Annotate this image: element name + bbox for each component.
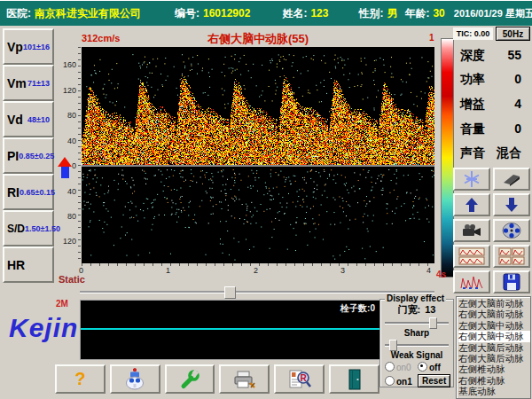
- spectrum-display-button[interactable]: [453, 270, 490, 293]
- spectrum-wave-icon: [460, 274, 483, 290]
- param-box-vm: Vm 71±13: [3, 65, 54, 101]
- radio-off-circle[interactable]: [418, 362, 427, 372]
- patient-icon: [123, 368, 146, 391]
- vd-label: Vd: [7, 113, 23, 127]
- sd-label: S/D: [7, 223, 25, 235]
- vp-value: 101±16: [23, 43, 50, 51]
- x-axis-unit-label: 4s: [436, 270, 446, 279]
- brand-logo: Kejin: [9, 313, 78, 343]
- slider-thumb[interactable]: [389, 340, 397, 351]
- artery-item-selected[interactable]: 右侧大脑中动脉: [458, 331, 530, 341]
- radio-on0[interactable]: on0: [385, 362, 418, 372]
- baseline-arrow-icon: [58, 157, 72, 167]
- y-tick: 80: [53, 212, 76, 221]
- depth-label: 深度: [460, 48, 485, 64]
- sound-value: 混合: [497, 145, 521, 161]
- dual-trace-icon: [458, 247, 485, 265]
- volume-value: 0: [514, 121, 521, 137]
- radio-off[interactable]: off: [418, 362, 450, 372]
- mmode-panel: 栓子数:0: [80, 300, 380, 360]
- param-box-vp: Vp 101±16: [3, 28, 54, 65]
- radio-on1-label: on1: [396, 377, 412, 387]
- baseline-marker[interactable]: [58, 157, 72, 180]
- param-box-sd: S/D 1.50±1.50: [3, 210, 54, 246]
- x-tick: 3: [340, 266, 345, 275]
- slider-thumb[interactable]: [429, 317, 437, 329]
- param-box-hr: HR: [3, 246, 54, 283]
- radio-off-label: off: [429, 363, 441, 372]
- param-box-pi: PI 0.85±0.25: [3, 137, 54, 174]
- radio-on1-circle[interactable]: [385, 376, 395, 386]
- bottom-toolbar: ? R: [55, 364, 379, 394]
- sharp-slider[interactable]: [385, 340, 449, 349]
- colorbar-top-label: 1: [429, 33, 434, 43]
- artery-item[interactable]: 左侧大脑后动脉: [458, 342, 530, 353]
- y-tick: 160: [53, 60, 76, 69]
- frequency-button[interactable]: 50Hz: [496, 27, 530, 41]
- x-tick: 2: [254, 266, 258, 275]
- artery-item[interactable]: 左侧大脑中动脉: [458, 320, 530, 331]
- save-floppy-icon: [503, 273, 520, 291]
- help-question-icon: ?: [74, 369, 85, 389]
- gate-width-slider[interactable]: [385, 317, 449, 327]
- spectrum-panel: [82, 47, 434, 263]
- artery-item[interactable]: 右侧大脑后动脉: [458, 353, 530, 364]
- exit-door-icon: [345, 368, 364, 391]
- setup-button[interactable]: [165, 364, 215, 394]
- reset-button[interactable]: Reset: [418, 374, 450, 387]
- sound-label: 声音: [460, 145, 485, 161]
- save-button[interactable]: [493, 270, 530, 293]
- param-box-vd: Vd 48±10: [3, 101, 54, 137]
- time-scrollbar[interactable]: [80, 286, 434, 297]
- artery-item[interactable]: 右侧大脑前动脉: [458, 309, 530, 319]
- param-box-ri: RI 0.65±0.15: [3, 174, 54, 210]
- exit-button[interactable]: [329, 364, 379, 394]
- age-label: 年龄:: [404, 6, 429, 21]
- static-mode-label: Static: [59, 274, 85, 285]
- artery-item[interactable]: 基底动脉: [458, 386, 530, 396]
- freeze-button[interactable]: [453, 168, 490, 191]
- vd-value: 48±10: [27, 115, 50, 124]
- print-button[interactable]: [219, 364, 270, 394]
- display-effect-title: Display effect: [385, 293, 446, 303]
- pi-value: 0.85±0.25: [19, 152, 54, 160]
- mmode-trace-line: [81, 328, 379, 330]
- slider-track[interactable]: [385, 322, 449, 324]
- date-display: 2016/01/29 星期五: [454, 7, 532, 20]
- header-bar: 医院: 南京科进实业有限公司 编号: 16012902 姓名: 123 性别: …: [0, 1, 532, 26]
- gender-value: 男: [387, 6, 397, 21]
- artery-item[interactable]: 左侧椎动脉: [458, 364, 530, 374]
- vp-label: Vp: [7, 40, 23, 54]
- vm-value: 71±13: [27, 79, 50, 88]
- help-button[interactable]: ?: [55, 364, 106, 394]
- probe-icon: [502, 172, 521, 186]
- arrow-up-icon: [465, 197, 479, 213]
- radio-on1[interactable]: on1: [385, 376, 418, 387]
- artery-item[interactable]: 右侧椎动脉: [458, 375, 530, 386]
- gate-width-value: 13: [425, 304, 435, 315]
- y-tick: 40: [53, 137, 76, 145]
- patient-id-value: 16012902: [203, 7, 250, 20]
- scrollbar-thumb[interactable]: [224, 286, 236, 299]
- radio-on0-circle[interactable]: [385, 362, 395, 372]
- record-button[interactable]: [453, 219, 490, 242]
- gate-width-label: 门宽:: [398, 304, 421, 315]
- ri-value: 0.65±0.15: [20, 188, 55, 197]
- report-button[interactable]: R: [274, 364, 325, 394]
- power-label: 功率: [460, 72, 485, 88]
- dual-trace-button[interactable]: [453, 245, 490, 268]
- print-icon: [232, 369, 257, 390]
- quad-trace-button[interactable]: [493, 245, 530, 268]
- camera-icon: [461, 223, 482, 238]
- patient-info-button[interactable]: [110, 364, 160, 394]
- x-tick: 4: [426, 266, 431, 275]
- hospital-label: 医院:: [6, 6, 31, 21]
- depth-down-button[interactable]: [493, 193, 530, 216]
- depth-up-button[interactable]: [453, 193, 490, 216]
- probe-button[interactable]: [493, 168, 530, 191]
- embolus-count: 栓子数:0: [340, 302, 375, 315]
- artery-item[interactable]: 左侧大脑前动脉: [458, 298, 530, 309]
- playback-button[interactable]: [493, 219, 530, 242]
- scrollbar-track[interactable]: [80, 291, 434, 293]
- mmode-label: 2M: [56, 299, 68, 309]
